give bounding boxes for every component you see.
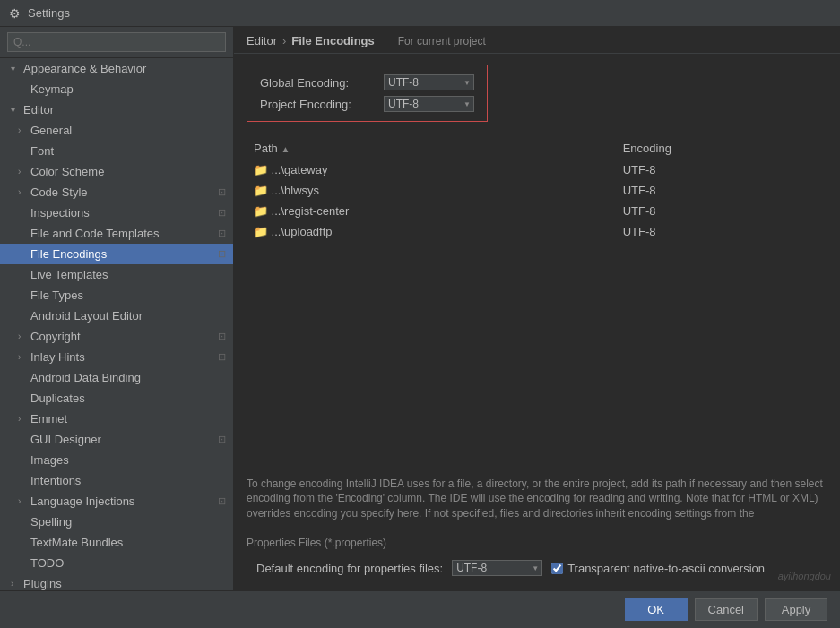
sidebar-item-label: Plugins [23, 577, 62, 590]
folder-icon: 📁 [254, 163, 268, 176]
default-encoding-label: Default encoding for properties files: [256, 562, 443, 575]
col-encoding[interactable]: Encoding [616, 138, 827, 159]
properties-section: Properties Files (*.properties) Default … [234, 529, 840, 590]
sidebar-item-language-injections[interactable]: ›Language Injections⊡ [0, 491, 233, 512]
sidebar-item-label: Language Injections [30, 495, 134, 508]
sidebar-item-label: Inspections [30, 206, 90, 219]
project-encoding-select-wrap: UTF-8UTF-16ISO-8859-1windows-1252 [384, 96, 474, 112]
watermark: ayilhongdou [778, 571, 831, 581]
sidebar-item-appearance-behavior[interactable]: ▾Appearance & Behavior [0, 58, 233, 79]
chevron-down-icon: ▾ [11, 105, 20, 115]
table-row[interactable]: 📁 ...\regist-center UTF-8 [247, 201, 827, 221]
properties-encoding-select-wrap: UTF-8UTF-16ISO-8859-1windows-1252 [452, 560, 542, 576]
copy-icon: ⊡ [218, 331, 226, 342]
title-bar: ⚙ Settings [0, 0, 840, 27]
sidebar-item-gui-designer[interactable]: GUI Designer⊡ [0, 429, 233, 450]
sidebar-item-plugins[interactable]: ›Plugins [0, 573, 233, 590]
chevron-right-icon: › [18, 352, 27, 362]
project-encoding-label: Project Encoding: [260, 98, 377, 111]
sidebar-item-color-scheme[interactable]: ›Color Scheme [0, 161, 233, 182]
properties-label: Properties Files (*.properties) [247, 537, 827, 549]
sidebar-item-label: TODO [30, 556, 64, 570]
cell-path: 📁 ...\regist-center [247, 201, 616, 221]
dialog-footer: OK Cancel Apply [0, 590, 840, 628]
sidebar-item-file-encodings[interactable]: File Encodings⊡ [0, 244, 233, 264]
sidebar-item-label: Editor [23, 103, 54, 116]
sidebar-item-textmate-bundles[interactable]: TextMate Bundles [0, 532, 233, 553]
sidebar-item-label: Copyright [30, 330, 81, 343]
sidebar-item-keymap[interactable]: Keymap [0, 79, 233, 99]
sidebar-item-file-code-templates[interactable]: File and Code Templates⊡ [0, 223, 233, 244]
chevron-down-icon: ▾ [11, 64, 20, 73]
sidebar-item-label: Images [30, 453, 69, 467]
sidebar-item-duplicates[interactable]: Duplicates [0, 388, 233, 409]
cancel-button[interactable]: Cancel [695, 598, 758, 621]
col-path-label: Path [254, 142, 278, 155]
chevron-right-icon: › [18, 125, 27, 135]
sidebar-item-inspections[interactable]: Inspections⊡ [0, 202, 233, 223]
for-current-project-link[interactable]: For current project [398, 35, 486, 47]
sidebar-item-code-style[interactable]: ›Code Style⊡ [0, 182, 233, 202]
sidebar-item-live-templates[interactable]: Live Templates [0, 264, 233, 285]
sidebar-item-intentions[interactable]: Intentions [0, 470, 233, 491]
file-table: Path ▲ Encoding 📁 ...\gateway UTF-8 📁 ..… [247, 138, 827, 242]
sidebar-item-font[interactable]: Font [0, 141, 233, 161]
sidebar-item-label: Color Scheme [30, 165, 104, 178]
cell-encoding: UTF-8 [616, 180, 827, 201]
copy-icon: ⊡ [218, 495, 226, 507]
chevron-right-icon: › [18, 496, 27, 506]
table-row[interactable]: 📁 ...\gateway UTF-8 [247, 159, 827, 181]
chevron-right-icon: › [18, 414, 27, 424]
sidebar-item-label: File and Code Templates [30, 227, 160, 240]
info-text: To change encoding IntelliJ IDEA uses fo… [247, 477, 823, 520]
sidebar-item-inlay-hints[interactable]: ›Inlay Hints⊡ [0, 347, 233, 367]
table-row[interactable]: 📁 ...\hlwsys UTF-8 [247, 180, 827, 201]
transparent-label: Transparent native-to-ascii conversion [567, 562, 765, 575]
cell-path: 📁 ...\gateway [247, 159, 616, 181]
project-encoding-select[interactable]: UTF-8UTF-16ISO-8859-1windows-1252 [384, 96, 474, 112]
chevron-right-icon: › [11, 579, 20, 589]
global-encoding-row: Global Encoding: UTF-8UTF-16ISO-8859-1wi… [260, 74, 474, 90]
search-input[interactable] [7, 32, 226, 52]
sidebar-item-label: Inlay Hints [30, 350, 85, 364]
transparent-checkbox[interactable] [551, 563, 563, 574]
sidebar-item-label: File Encodings [30, 247, 107, 261]
sidebar-item-general[interactable]: ›General [0, 120, 233, 141]
settings-icon: ⚙ [9, 6, 21, 21]
sidebar-item-copyright[interactable]: ›Copyright⊡ [0, 326, 233, 347]
title-text: Settings [28, 6, 70, 20]
copy-icon: ⊡ [218, 434, 226, 445]
sidebar-item-android-layout-editor[interactable]: Android Layout Editor [0, 305, 233, 326]
chevron-right-icon: › [18, 331, 27, 341]
copy-icon: ⊡ [218, 228, 226, 239]
sidebar-item-file-types[interactable]: File Types [0, 285, 233, 305]
sidebar-item-label: GUI Designer [30, 433, 101, 446]
sidebar-item-label: File Types [30, 288, 83, 302]
cell-encoding: UTF-8 [616, 159, 827, 181]
table-row[interactable]: 📁 ...\uploadftp UTF-8 [247, 221, 827, 242]
sidebar-item-images[interactable]: Images [0, 450, 233, 470]
sidebar-item-editor[interactable]: ▾Editor [0, 99, 233, 120]
col-path[interactable]: Path ▲ [247, 138, 616, 159]
ok-button[interactable]: OK [625, 598, 688, 621]
copy-icon: ⊡ [218, 248, 226, 260]
sidebar-nav: ▾Appearance & BehaviorKeymap▾Editor›Gene… [0, 58, 233, 590]
sidebar-item-label: Keymap [30, 82, 74, 96]
cell-encoding: UTF-8 [616, 201, 827, 221]
search-box-wrap [0, 27, 233, 58]
sidebar-item-emmet[interactable]: ›Emmet [0, 409, 233, 429]
folder-icon: 📁 [254, 184, 268, 197]
properties-encoding-select[interactable]: UTF-8UTF-16ISO-8859-1windows-1252 [452, 560, 542, 576]
sidebar-item-label: Live Templates [30, 268, 108, 281]
left-panel: ▾Appearance & BehaviorKeymap▾Editor›Gene… [0, 27, 234, 590]
chevron-right-icon: › [18, 167, 27, 176]
sidebar-item-label: Intentions [30, 474, 81, 487]
sidebar-item-spelling[interactable]: Spelling [0, 512, 233, 532]
col-encoding-label: Encoding [623, 142, 671, 155]
apply-button[interactable]: Apply [765, 598, 827, 621]
global-encoding-select[interactable]: UTF-8UTF-16ISO-8859-1windows-1252 [384, 74, 474, 90]
sidebar-item-android-data-binding[interactable]: Android Data Binding [0, 367, 233, 388]
copy-icon: ⊡ [218, 351, 226, 363]
sidebar-item-todo[interactable]: TODO [0, 553, 233, 573]
global-encoding-select-wrap: UTF-8UTF-16ISO-8859-1windows-1252 [384, 74, 474, 90]
